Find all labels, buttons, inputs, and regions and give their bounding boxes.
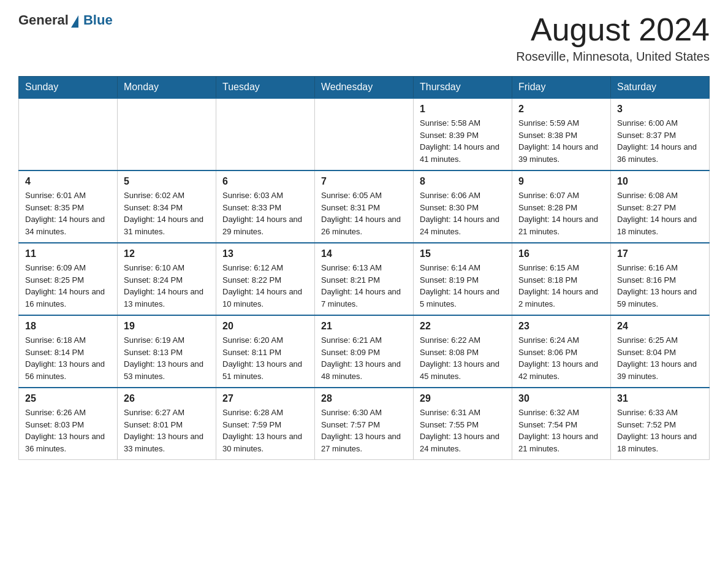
calendar-cell: 20Sunrise: 6:20 AM Sunset: 8:11 PM Dayli… [216, 315, 315, 388]
day-info: Sunrise: 6:33 AM Sunset: 7:52 PM Dayligh… [617, 407, 703, 454]
day-number: 28 [321, 393, 407, 404]
day-info: Sunrise: 6:00 AM Sunset: 8:37 PM Dayligh… [617, 117, 703, 165]
calendar-header-tuesday: Tuesday [216, 77, 315, 99]
day-info: Sunrise: 6:28 AM Sunset: 7:59 PM Dayligh… [222, 407, 308, 454]
calendar-cell [315, 98, 414, 170]
calendar-cell: 11Sunrise: 6:09 AM Sunset: 8:25 PM Dayli… [19, 243, 118, 315]
day-number: 3 [617, 104, 703, 115]
calendar-cell: 26Sunrise: 6:27 AM Sunset: 8:01 PM Dayli… [118, 388, 216, 460]
calendar-cell: 12Sunrise: 6:10 AM Sunset: 8:24 PM Dayli… [118, 243, 216, 315]
calendar-table: SundayMondayTuesdayWednesdayThursdayFrid… [18, 76, 710, 460]
day-number: 5 [124, 176, 210, 187]
day-info: Sunrise: 6:25 AM Sunset: 8:04 PM Dayligh… [617, 334, 703, 382]
day-info: Sunrise: 6:14 AM Sunset: 8:19 PM Dayligh… [420, 262, 506, 310]
day-info: Sunrise: 6:30 AM Sunset: 7:57 PM Dayligh… [321, 407, 407, 454]
day-number: 18 [25, 321, 111, 332]
calendar-cell: 4Sunrise: 6:01 AM Sunset: 8:35 PM Daylig… [19, 170, 118, 243]
day-info: Sunrise: 6:07 AM Sunset: 8:28 PM Dayligh… [518, 190, 604, 237]
calendar-cell: 19Sunrise: 6:19 AM Sunset: 8:13 PM Dayli… [118, 315, 216, 388]
day-number: 12 [124, 248, 210, 259]
week-row-2: 4Sunrise: 6:01 AM Sunset: 8:35 PM Daylig… [19, 170, 710, 243]
week-row-3: 11Sunrise: 6:09 AM Sunset: 8:25 PM Dayli… [19, 243, 710, 315]
day-info: Sunrise: 6:31 AM Sunset: 7:55 PM Dayligh… [420, 407, 506, 454]
calendar-header-saturday: Saturday [611, 77, 710, 99]
calendar-cell: 5Sunrise: 6:02 AM Sunset: 8:34 PM Daylig… [118, 170, 216, 243]
calendar-cell [118, 98, 216, 170]
calendar-cell: 28Sunrise: 6:30 AM Sunset: 7:57 PM Dayli… [315, 388, 414, 460]
day-info: Sunrise: 6:06 AM Sunset: 8:30 PM Dayligh… [420, 190, 506, 237]
day-info: Sunrise: 6:12 AM Sunset: 8:22 PM Dayligh… [222, 262, 308, 310]
day-number: 22 [420, 321, 506, 332]
day-number: 17 [617, 248, 703, 259]
day-info: Sunrise: 6:05 AM Sunset: 8:31 PM Dayligh… [321, 190, 407, 237]
calendar-cell: 22Sunrise: 6:22 AM Sunset: 8:08 PM Dayli… [414, 315, 512, 388]
day-number: 16 [518, 248, 604, 259]
day-number: 29 [420, 393, 506, 404]
day-number: 19 [124, 321, 210, 332]
day-info: Sunrise: 6:13 AM Sunset: 8:21 PM Dayligh… [321, 262, 407, 310]
calendar-cell: 25Sunrise: 6:26 AM Sunset: 8:03 PM Dayli… [19, 388, 118, 460]
calendar-cell [216, 98, 315, 170]
calendar-cell: 21Sunrise: 6:21 AM Sunset: 8:09 PM Dayli… [315, 315, 414, 388]
day-info: Sunrise: 6:02 AM Sunset: 8:34 PM Dayligh… [124, 190, 210, 237]
day-number: 8 [420, 176, 506, 187]
day-info: Sunrise: 6:32 AM Sunset: 7:54 PM Dayligh… [518, 407, 604, 454]
location-subtitle: Roseville, Minnesota, United States [516, 50, 710, 64]
week-row-1: 1Sunrise: 5:58 AM Sunset: 8:39 PM Daylig… [19, 98, 710, 170]
day-number: 4 [25, 176, 111, 187]
calendar-header-row: SundayMondayTuesdayWednesdayThursdayFrid… [19, 77, 710, 99]
week-row-4: 18Sunrise: 6:18 AM Sunset: 8:14 PM Dayli… [19, 315, 710, 388]
logo: General Blue [18, 12, 113, 28]
day-number: 14 [321, 248, 407, 259]
calendar-cell: 9Sunrise: 6:07 AM Sunset: 8:28 PM Daylig… [512, 170, 611, 243]
calendar-cell: 30Sunrise: 6:32 AM Sunset: 7:54 PM Dayli… [512, 388, 611, 460]
day-info: Sunrise: 6:22 AM Sunset: 8:08 PM Dayligh… [420, 334, 506, 382]
day-number: 1 [420, 104, 506, 115]
logo-triangle-icon [71, 15, 78, 28]
day-number: 15 [420, 248, 506, 259]
calendar-cell: 10Sunrise: 6:08 AM Sunset: 8:27 PM Dayli… [611, 170, 710, 243]
calendar-cell: 14Sunrise: 6:13 AM Sunset: 8:21 PM Dayli… [315, 243, 414, 315]
calendar-cell: 17Sunrise: 6:16 AM Sunset: 8:16 PM Dayli… [611, 243, 710, 315]
calendar-cell: 7Sunrise: 6:05 AM Sunset: 8:31 PM Daylig… [315, 170, 414, 243]
day-info: Sunrise: 6:27 AM Sunset: 8:01 PM Dayligh… [124, 407, 210, 454]
day-info: Sunrise: 6:16 AM Sunset: 8:16 PM Dayligh… [617, 262, 703, 310]
day-number: 11 [25, 248, 111, 259]
day-number: 13 [222, 248, 308, 259]
day-info: Sunrise: 5:59 AM Sunset: 8:38 PM Dayligh… [518, 117, 604, 165]
calendar-cell: 24Sunrise: 6:25 AM Sunset: 8:04 PM Dayli… [611, 315, 710, 388]
day-number: 31 [617, 393, 703, 404]
month-title: August 2024 [516, 12, 710, 47]
calendar-header-monday: Monday [118, 77, 216, 99]
day-number: 7 [321, 176, 407, 187]
calendar-cell [19, 98, 118, 170]
calendar-cell: 8Sunrise: 6:06 AM Sunset: 8:30 PM Daylig… [414, 170, 512, 243]
calendar-cell: 15Sunrise: 6:14 AM Sunset: 8:19 PM Dayli… [414, 243, 512, 315]
day-info: Sunrise: 6:15 AM Sunset: 8:18 PM Dayligh… [518, 262, 604, 310]
day-info: Sunrise: 6:21 AM Sunset: 8:09 PM Dayligh… [321, 334, 407, 382]
day-info: Sunrise: 6:24 AM Sunset: 8:06 PM Dayligh… [518, 334, 604, 382]
day-number: 20 [222, 321, 308, 332]
day-info: Sunrise: 5:58 AM Sunset: 8:39 PM Dayligh… [420, 117, 506, 165]
calendar-cell: 29Sunrise: 6:31 AM Sunset: 7:55 PM Dayli… [414, 388, 512, 460]
day-number: 26 [124, 393, 210, 404]
logo-blue-text: Blue [83, 12, 113, 28]
calendar-cell: 13Sunrise: 6:12 AM Sunset: 8:22 PM Dayli… [216, 243, 315, 315]
day-number: 23 [518, 321, 604, 332]
day-info: Sunrise: 6:08 AM Sunset: 8:27 PM Dayligh… [617, 190, 703, 237]
week-row-5: 25Sunrise: 6:26 AM Sunset: 8:03 PM Dayli… [19, 388, 710, 460]
day-info: Sunrise: 6:26 AM Sunset: 8:03 PM Dayligh… [25, 407, 111, 454]
calendar-header-thursday: Thursday [414, 77, 512, 99]
calendar-cell: 3Sunrise: 6:00 AM Sunset: 8:37 PM Daylig… [611, 98, 710, 170]
day-number: 21 [321, 321, 407, 332]
calendar-cell: 2Sunrise: 5:59 AM Sunset: 8:38 PM Daylig… [512, 98, 611, 170]
logo-general-text: General [18, 12, 69, 28]
calendar-cell: 18Sunrise: 6:18 AM Sunset: 8:14 PM Dayli… [19, 315, 118, 388]
calendar-cell: 31Sunrise: 6:33 AM Sunset: 7:52 PM Dayli… [611, 388, 710, 460]
calendar-header-wednesday: Wednesday [315, 77, 414, 99]
day-number: 30 [518, 393, 604, 404]
day-info: Sunrise: 6:09 AM Sunset: 8:25 PM Dayligh… [25, 262, 111, 310]
calendar-cell: 1Sunrise: 5:58 AM Sunset: 8:39 PM Daylig… [414, 98, 512, 170]
day-number: 10 [617, 176, 703, 187]
calendar-header-friday: Friday [512, 77, 611, 99]
